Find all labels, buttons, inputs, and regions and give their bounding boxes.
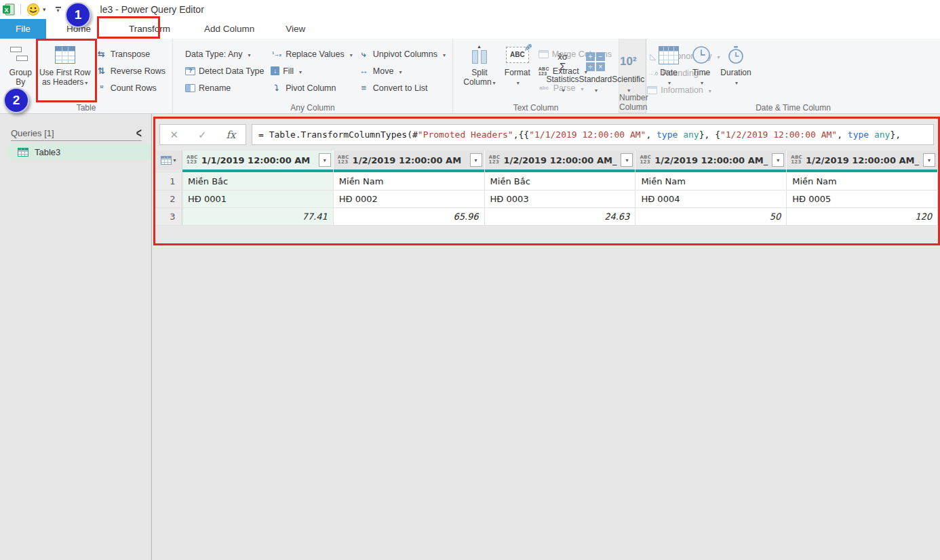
column-filter-button[interactable] <box>923 153 935 167</box>
column-header[interactable]: ABC1231/1/2019 12:00:00 AM <box>182 151 334 169</box>
column-header[interactable]: ABC1231/2/2019 12:00:00 AM <box>334 151 485 169</box>
tab-file[interactable]: File <box>0 19 46 39</box>
grid-cell[interactable]: Miền Nam <box>635 173 787 191</box>
column-header[interactable]: ABC1231/2/2019 12:00:00 AM_1 <box>485 151 636 169</box>
formula-segment: = Table.TransformColumnTypes(# <box>258 129 418 140</box>
split-column-button[interactable]: Split Column <box>460 43 499 87</box>
quick-access-toolbar-customize-icon[interactable]: ▾ <box>56 7 61 12</box>
grid-cell[interactable]: HĐ 0002 <box>334 191 485 208</box>
statistics-button[interactable]: Statistics <box>547 49 579 94</box>
unpivot-columns-button[interactable]: Unpivot Columns <box>355 45 448 62</box>
column-header-label: 1/2/2019 12:00:00 AM_3 <box>806 155 920 165</box>
column-type-icon[interactable]: ABC123 <box>640 155 651 165</box>
duration-button[interactable]: Duration <box>717 43 755 87</box>
commit-formula-icon[interactable] <box>198 129 207 141</box>
detect-data-type-icon <box>185 67 195 75</box>
column-type-icon[interactable]: ABC123 <box>338 155 349 165</box>
time-button[interactable]: Time <box>686 43 717 87</box>
smiley-icon[interactable] <box>26 3 40 16</box>
fill-button[interactable]: Fill <box>268 62 355 79</box>
column-header[interactable]: ABC1231/2/2019 12:00:00 AM_3 <box>787 151 938 169</box>
grid-cell[interactable]: HĐ 0004 <box>635 191 787 208</box>
column-filter-button[interactable] <box>621 153 633 167</box>
dropdown-caret-icon <box>699 77 703 87</box>
grid-cell[interactable]: 65.96 <box>334 208 485 226</box>
grid-cell[interactable]: 120 <box>787 208 938 226</box>
query-table-icon <box>18 148 28 157</box>
use-first-row-label: Use First Row <box>39 68 90 77</box>
row-number[interactable]: 1 <box>155 173 182 191</box>
data-type-button[interactable]: Data Type: Any <box>182 45 268 62</box>
group-by-label: Group <box>9 68 32 77</box>
query-item-table3[interactable]: Table3 <box>8 144 151 160</box>
grid-cell[interactable]: 50 <box>635 208 787 226</box>
use-first-row-as-headers-button[interactable]: Use First Row as Headers <box>37 43 93 87</box>
grid-cell[interactable]: HĐ 0003 <box>485 191 636 208</box>
column-type-icon[interactable]: ABC123 <box>187 155 198 165</box>
table-row: 2HĐ 0001HĐ 0002HĐ 0003HĐ 0004HĐ 0005 <box>155 191 938 208</box>
group-label-text-column: Text Column <box>453 103 619 113</box>
editor-area: fx = Table.TransformColumnTypes(#"Promot… <box>153 117 940 245</box>
formula-text: = Table.TransformColumnTypes(#"Promoted … <box>258 129 901 140</box>
pivot-column-button[interactable]: Pivot Column <box>268 79 355 96</box>
grid-cell[interactable]: HĐ 0005 <box>787 191 938 208</box>
formula-segment: "Promoted Headers" <box>418 129 513 140</box>
format-button[interactable]: ABC Format <box>499 43 536 87</box>
formula-segment: type <box>657 129 683 140</box>
column-type-icon[interactable]: ABC123 <box>791 155 802 165</box>
cancel-formula-icon[interactable] <box>170 129 178 141</box>
use-first-row-label2: as Headers <box>42 77 83 87</box>
group-by-label2: By <box>16 77 25 87</box>
grid-cell[interactable]: 77.41 <box>182 208 334 226</box>
ribbon-tab-bar: File Home Transform Add Column View <box>0 19 940 39</box>
ribbon-group-number-column: Statistics Standard Scientific Trigonome… <box>619 39 646 113</box>
tab-add-column[interactable]: Add Column <box>195 19 264 39</box>
pivot-column-icon <box>271 83 282 93</box>
grid-cell[interactable]: HĐ 0001 <box>182 191 334 208</box>
window-title: le3 - Power Query Editor <box>100 4 204 15</box>
group-by-button[interactable]: Group By <box>4 43 37 87</box>
grid-cell[interactable]: Miền Bắc <box>485 173 636 191</box>
transpose-button[interactable]: Transpose <box>93 45 168 62</box>
fx-icon[interactable]: fx <box>227 129 236 141</box>
detect-data-type-button[interactable]: Detect Data Type <box>182 62 268 79</box>
rename-button[interactable]: Rename <box>182 79 268 96</box>
column-filter-button[interactable] <box>319 153 331 167</box>
grid-cell[interactable]: Miền Bắc <box>182 173 334 191</box>
annotation-badge-1: 1 <box>65 2 91 28</box>
column-type-icon[interactable]: ABC123 <box>489 155 501 165</box>
column-header-label: 1/2/2019 12:00:00 AM <box>353 155 467 165</box>
grid-cell[interactable]: Miền Nam <box>334 173 485 191</box>
fill-icon <box>271 66 279 75</box>
row-number[interactable]: 2 <box>155 191 182 208</box>
column-filter-button[interactable] <box>470 153 482 167</box>
tab-view[interactable]: View <box>276 19 315 39</box>
formula-segment: , <box>837 129 848 140</box>
reverse-rows-button[interactable]: Reverse Rows <box>93 62 168 79</box>
smiley-dropdown-caret-icon[interactable]: ▾ <box>43 6 46 13</box>
date-button[interactable]: Date <box>652 43 686 87</box>
scientific-button[interactable]: Scientific <box>612 49 644 94</box>
replace-values-button[interactable]: Replace Values <box>268 45 355 62</box>
tab-transform[interactable]: Transform <box>113 19 187 39</box>
select-all-button[interactable] <box>155 151 182 169</box>
move-button[interactable]: Move <box>355 62 448 79</box>
dropdown-caret-icon <box>492 77 496 87</box>
grid-cell[interactable]: 24.63 <box>485 208 636 226</box>
group-label-datetime-column: Date & Time Column <box>646 103 940 113</box>
column-header[interactable]: ABC1231/2/2019 12:00:00 AM_2 <box>635 151 787 169</box>
grid-cell[interactable]: Miền Nam <box>787 173 938 191</box>
convert-to-list-button[interactable]: Convert to List <box>355 79 448 96</box>
column-filter-button[interactable] <box>772 153 784 167</box>
dropdown-caret-icon <box>515 77 520 87</box>
collapse-pane-icon[interactable]: < <box>136 125 142 140</box>
format-icon: ABC <box>506 44 529 66</box>
annotation-badge-2: 2 <box>3 87 29 113</box>
rename-icon <box>185 84 195 92</box>
queries-header-label: Queries [1] <box>11 128 54 138</box>
count-rows-button[interactable]: Count Rows <box>93 79 168 96</box>
formula-input[interactable]: = Table.TransformColumnTypes(#"Promoted … <box>252 124 934 145</box>
dropdown-caret-icon <box>397 66 402 76</box>
standard-button[interactable]: Standard <box>579 49 612 94</box>
row-number[interactable]: 3 <box>155 208 182 226</box>
